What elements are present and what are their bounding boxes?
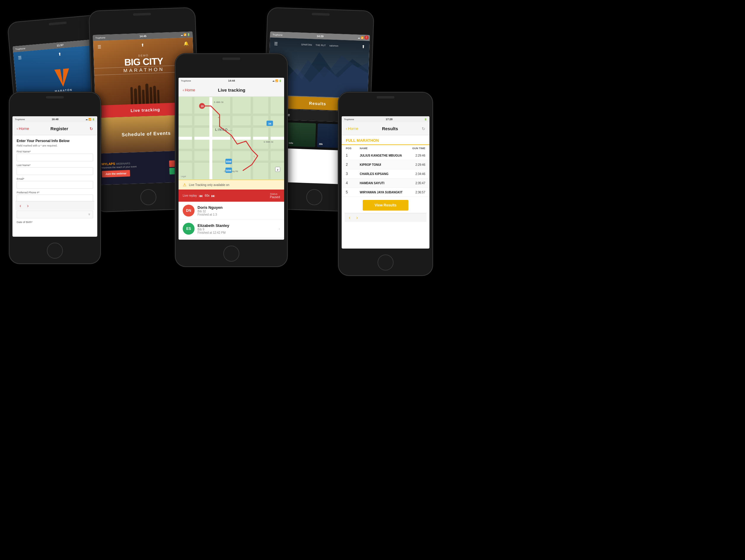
phone5-back-button[interactable]: ‹ Home (17, 126, 29, 131)
phone5-register: Truphone 16:48 ☁ 📶 🔋 ‹ Home Register ↻ E… (9, 92, 101, 264)
phone2-share-icon[interactable]: ⬆ (140, 43, 144, 47)
table-row[interactable]: 2 KIPROP TONUI 2:29:46 (342, 160, 429, 169)
svg-text:↓: ↓ (253, 154, 255, 158)
phone5-section-title: Enter Your Personal Info Below (17, 139, 93, 143)
phone5-navigation-bar: ‹ › (15, 201, 94, 210)
phone4-nav-right: SPARTAN THE RUT salomon (301, 43, 338, 47)
phone4-menu-icon[interactable]: ☰ (274, 41, 278, 46)
phone3-playback-controls: Live replay ⏮ 60x ⏭ (183, 193, 215, 198)
phone1-carrier: Truphone (15, 47, 26, 51)
phone5-email-input[interactable] (17, 181, 93, 189)
phone3-map: › ↓ › ↓ 20 S 48th St S 56th St Old Chene… (179, 97, 284, 180)
phone5-screen: Truphone 16:48 ☁ 📶 🔋 ‹ Home Register ↻ E… (12, 116, 97, 237)
phone5-refresh-icon[interactable]: ↻ (90, 126, 93, 131)
table-row[interactable]: 1 JULIUS KANGETHE MBUGUA 2:29:46 (342, 151, 429, 160)
phone5-back-label: Home (19, 126, 29, 131)
phone3-status-label: Status (270, 193, 280, 195)
phone6-result-pos-1: 1 (342, 151, 356, 160)
svg-marker-0 (54, 68, 71, 87)
phone5-phone-field: Preferred Phone #* (17, 191, 93, 202)
phone6-results-table: POS NAME GUN TIME 1 JULIUS KANGETHE MBUG… (342, 145, 429, 197)
phone5-next-button[interactable]: › (27, 203, 29, 208)
phone6-prev-button[interactable]: ‹ (349, 215, 350, 220)
phone6-result-name-3: CHARLES KIPSANG (356, 169, 408, 178)
phone6-back-chevron: ‹ (346, 126, 347, 131)
phone6-time: 17:28 (386, 118, 392, 121)
phone2-menu-icon[interactable]: ☰ (97, 44, 101, 49)
phone3-icons: ☁ 📶 🔋 (272, 79, 282, 82)
table-row[interactable]: 5 WIRYAWAN JAYA SUBANGKIT 2:36:57 (342, 188, 429, 197)
phone2-join-webinar-button[interactable]: Join the webinar (102, 170, 130, 177)
phone3-warning-icon: ⚠ (183, 183, 187, 187)
phone6-header: ‹ Home Results ↻ (342, 122, 429, 135)
phone3-carrier: Truphone (181, 79, 191, 82)
phone3-time: 14:44 (228, 79, 235, 82)
phone6-result-pos-5: 5 (342, 188, 356, 197)
phone5-required-note: Field marked with a * are required. (17, 144, 93, 147)
phone5-firstname-field: First Name* (17, 150, 93, 161)
phone6-result-name-5: WIRYAWAN JAYA SUBANGKIT (356, 188, 408, 197)
phone4-carrier: Truphone (272, 33, 283, 36)
phone4-time: 14:29 (317, 35, 324, 38)
phone3-runner-item-1[interactable]: DN Doris Nguyen Bib 32 Finished at 1:3 (179, 202, 284, 220)
phone6-icons: 🔋 (424, 118, 427, 121)
phone6-carrier: Truphone (344, 118, 354, 121)
phone5-prev-button[interactable]: ‹ (20, 203, 21, 208)
phone5-header: ‹ Home Register ↻ (12, 122, 97, 135)
phone5-header-title: Register (29, 126, 90, 131)
phone3-screen: Truphone 14:44 ☁ 📶 🔋 ‹ Home Live trackin… (179, 78, 284, 240)
phone5-email-field: Email* (17, 177, 93, 189)
svg-text:LINCO...: LINCO... (215, 128, 233, 131)
phone3-playback-label: Live replay (183, 194, 197, 197)
phone3-runner-dist-1: Finished at 1:3 (197, 213, 280, 216)
phone3-forward-icon[interactable]: ⏭ (211, 193, 215, 198)
phone3-back-button[interactable]: ‹ Home (183, 88, 195, 92)
phone4-card-2-label: 28k (319, 143, 323, 145)
phone6-result-time-4: 2:35:47 (408, 178, 429, 188)
phone6-result-pos-2: 2 (342, 160, 356, 169)
phone6-status-bar: Truphone 17:28 🔋 (342, 116, 429, 122)
phone3-rewind-icon[interactable]: ⏮ (199, 193, 203, 198)
phone4-share-icon[interactable]: ⬆ (361, 44, 365, 49)
phone6-view-results-button[interactable]: View Results (363, 200, 409, 210)
phone5-dob-label: Date of Birth* (17, 221, 93, 224)
phone6-navigation-bar: ‹ › (345, 213, 426, 222)
phone4-sponsor-logo: SPARTAN (301, 43, 312, 46)
phone1-menu-icon[interactable]: ☰ (18, 55, 22, 60)
phone3-header: ‹ Home Live tracking (179, 84, 284, 97)
phone1-share-icon[interactable]: ⬆ (58, 52, 62, 57)
phone3-runner-dist-2: Finished at 12:42 PM (197, 231, 276, 234)
phone1-v-logo (54, 68, 71, 87)
phone4-icons: ☁ 📶 🔔 2 (358, 36, 367, 39)
phone6-category-header: FULL MARATHON (342, 135, 429, 145)
phone3-avatar-2: ES (183, 223, 195, 235)
phone3-runner-item-3[interactable]: GF Gerald Ferguson (179, 238, 284, 240)
phone5-phone-label: Preferred Phone #* (17, 191, 93, 194)
phone2-schedule-text: Schedule of Events (122, 131, 171, 138)
svg-text:55W: 55W (226, 160, 232, 163)
svg-text:20: 20 (201, 105, 204, 108)
phone6-back-button[interactable]: ‹ Home (346, 126, 358, 131)
phone3-status-bar: Truphone 14:44 ☁ 📶 🔋 (179, 78, 284, 84)
phone2-bell-icon[interactable]: 🔔 (184, 41, 189, 46)
phone3-runner-item-2[interactable]: ES Elizabeth Stanley Bib 9 Finished at 1… (179, 220, 284, 238)
phone3-livetrack: Truphone 14:44 ☁ 📶 🔋 ‹ Home Live trackin… (175, 54, 288, 267)
phone3-runner-info-1: Doris Nguyen Bib 32 Finished at 1:3 (197, 205, 280, 216)
phone5-firstname-input[interactable] (17, 154, 93, 161)
phone6-refresh-icon[interactable]: ↻ (422, 126, 425, 131)
phone3-runner-bib-1: Bib 32 (197, 210, 280, 213)
phone3-back-label: Home (185, 88, 195, 92)
phone6-header-row: POS NAME GUN TIME (342, 145, 429, 151)
phone6-result-name-1: JULIUS KANGETHE MBUGUA (356, 151, 408, 160)
table-row[interactable]: 3 CHARLES KIPSANG 2:34:46 (342, 169, 429, 178)
table-row[interactable]: 4 HAMDAN SAYUTI 2:35:47 (342, 178, 429, 188)
phone6-th-pos: POS (342, 145, 356, 151)
svg-text:2: 2 (277, 168, 279, 171)
phone6-next-button[interactable]: › (356, 215, 358, 220)
phone4-share-area: ⬆ (361, 44, 365, 49)
phone6-result-time-2: 2:29:46 (408, 160, 429, 169)
phone5-dob-field: Date of Birth* (17, 221, 93, 224)
phone5-gender-select[interactable]: ▼ (17, 210, 93, 218)
phone3-playback-bar: Live replay ⏮ 60x ⏭ Status Paused (179, 190, 284, 202)
phone5-lastname-input[interactable] (17, 167, 93, 175)
